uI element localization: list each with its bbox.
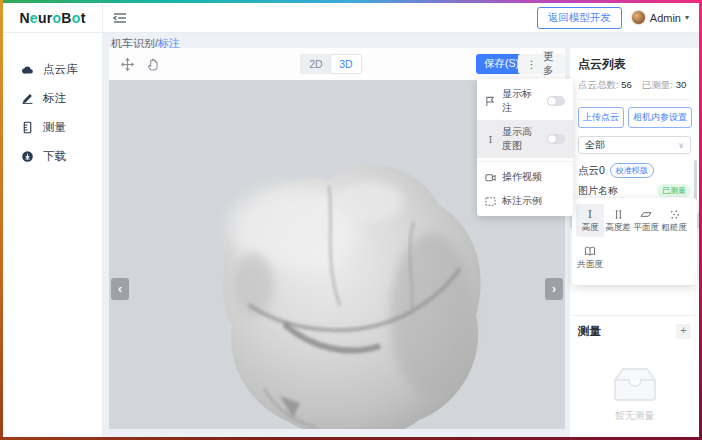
viewer-toolbar: 2D 3D 保存(S) ⋮ 更多	[109, 48, 565, 80]
menu-item-show-annotations[interactable]: 显示标注	[477, 82, 573, 120]
sidebar-item-label: 下载	[43, 149, 66, 164]
measure-section-header: 测量 +	[570, 315, 699, 339]
top-header: NeuroBot 返回模型开发 Admin ▾	[3, 3, 699, 33]
toggle-3d[interactable]: 3D	[331, 55, 361, 73]
show-annotations-toggle[interactable]	[547, 96, 565, 106]
tool-label: 高度	[582, 222, 599, 234]
image-name: 图片名称	[578, 184, 657, 198]
ruler-icon	[21, 121, 34, 134]
stat-total: 点云总数: 56	[578, 79, 632, 92]
logo-text: ur	[38, 10, 53, 26]
logo-gear-letter: o	[53, 10, 62, 26]
move-tool-icon[interactable]	[120, 57, 135, 72]
user-menu[interactable]: Admin ▾	[631, 10, 689, 25]
dimension-toggle: 2D 3D	[300, 54, 362, 74]
template-tag: 校准模版	[610, 163, 654, 178]
panel-buttons: 上传点云 相机内参设置	[578, 107, 691, 128]
show-heightmap-toggle[interactable]	[547, 134, 565, 144]
download-icon	[21, 150, 34, 163]
screenshot-frame: NeuroBot 返回模型开发 Admin ▾ 点云库 标注	[0, 0, 702, 440]
measure-tools-popover: I 高度 高度差 平面度 粗糙度	[572, 198, 697, 285]
measured-tag: 已测量	[657, 184, 691, 197]
stat-measured-value: 30	[676, 79, 687, 90]
header-right: 返回模型开发 Admin ▾	[537, 7, 699, 29]
upload-pointcloud-button[interactable]: 上传点云	[578, 107, 624, 128]
viewer-card: 2D 3D 保存(S) ⋮ 更多	[109, 48, 565, 429]
sidebar-item-download[interactable]: 下载	[3, 142, 102, 171]
menu-item-label: 显示标注	[502, 87, 541, 115]
measure-empty-state: 暂无测量	[570, 364, 699, 423]
tool-label: 平面度	[633, 222, 659, 234]
logo-text: N	[19, 10, 29, 26]
empty-text: 暂无测量	[615, 409, 655, 423]
tool-label: 高度差	[605, 222, 631, 234]
height-i-icon: I	[585, 208, 596, 220]
list-item[interactable]: 图片名称 已测量	[578, 183, 691, 198]
measure-title: 测量	[578, 324, 676, 339]
avatar	[631, 10, 646, 25]
sidebar-item-label: 测量	[43, 120, 66, 135]
menu-item-label: 显示高度图	[502, 125, 541, 153]
tool-flatness[interactable]: 平面度	[632, 204, 660, 237]
sidebar-item-pointcloud-library[interactable]: 点云库	[3, 55, 102, 84]
flag-icon	[485, 96, 496, 107]
user-name: Admin	[650, 12, 681, 24]
filter-value: 全部	[585, 138, 678, 152]
sidebar-item-measure[interactable]: 测量	[3, 113, 102, 142]
pointcloud-stats: 点云总数: 56 已测量: 30	[578, 79, 691, 92]
stat-measured-label: 已测量:	[642, 79, 673, 90]
dots-icon	[669, 208, 680, 220]
app-logo: NeuroBot	[3, 3, 103, 33]
back-to-model-dev-button[interactable]: 返回模型开发	[537, 7, 622, 29]
sidebar-item-label: 点云库	[43, 62, 78, 77]
plane-icon	[640, 208, 652, 220]
logo-gear-letter: o	[72, 10, 81, 26]
menu-item-label: 标注示例	[502, 194, 565, 208]
height-diff-icon	[613, 208, 624, 220]
main-content: 机车识别/标注 2D 3D 保存(S)	[103, 33, 699, 437]
sidebar-item-annotation[interactable]: 标注	[3, 84, 102, 113]
empty-box-icon	[607, 364, 663, 404]
cloud-icon	[21, 63, 34, 76]
tool-label: 共面度	[577, 259, 603, 271]
chevron-down-icon: ∨	[678, 141, 684, 150]
tool-height-difference[interactable]: 高度差	[604, 204, 632, 237]
chevron-left-icon: ‹	[118, 282, 122, 296]
pen-icon	[21, 92, 34, 105]
menu-item-tutorial-video[interactable]: 操作视频	[477, 165, 573, 189]
tool-roughness[interactable]: 粗糙度	[660, 204, 688, 237]
pointcloud-group-row[interactable]: 点云0 校准模版	[578, 163, 691, 178]
tool-label: 粗糙度	[661, 222, 687, 234]
prev-image-button[interactable]: ‹	[111, 278, 129, 300]
sidebar-item-label: 标注	[43, 91, 66, 106]
menu-divider	[477, 161, 573, 162]
menu-item-label: 操作视频	[502, 170, 565, 184]
logo-text: t	[81, 10, 86, 26]
frame-icon	[485, 196, 496, 207]
collapse-sidebar-icon[interactable]	[113, 12, 127, 24]
more-dots-icon: ⋮	[526, 58, 537, 70]
tool-height[interactable]: I 高度	[576, 204, 604, 237]
pointcloud-panel: 点云列表 点云总数: 56 已测量: 30 上传点云 相机内参设置 全部 ∨	[570, 48, 699, 437]
stat-total-value: 56	[621, 79, 632, 90]
filter-select[interactable]: 全部 ∨	[578, 136, 691, 154]
next-image-button[interactable]: ›	[545, 278, 563, 300]
app-root: NeuroBot 返回模型开发 Admin ▾ 点云库 标注	[3, 3, 699, 437]
add-measure-button[interactable]: +	[676, 324, 691, 339]
book-icon	[584, 245, 596, 257]
stat-total-label: 点云总数:	[578, 79, 619, 90]
caret-down-icon: ▾	[685, 13, 689, 22]
gradient-border-left	[0, 0, 3, 440]
height-i-icon: I	[485, 134, 496, 145]
group-name: 点云0	[578, 164, 605, 178]
pan-hand-icon[interactable]	[146, 57, 161, 72]
logo-text: B	[61, 10, 71, 26]
menu-item-annotation-example[interactable]: 标注示例	[477, 189, 573, 213]
divider	[578, 99, 691, 100]
camera-params-button[interactable]: 相机内参设置	[628, 107, 692, 128]
tooth-model	[164, 110, 504, 429]
menu-item-show-heightmap[interactable]: I 显示高度图	[477, 120, 573, 158]
toggle-2d[interactable]: 2D	[301, 55, 331, 73]
more-button[interactable]: ⋮ 更多	[518, 54, 565, 74]
tool-coplanarity[interactable]: 共面度	[576, 241, 604, 274]
